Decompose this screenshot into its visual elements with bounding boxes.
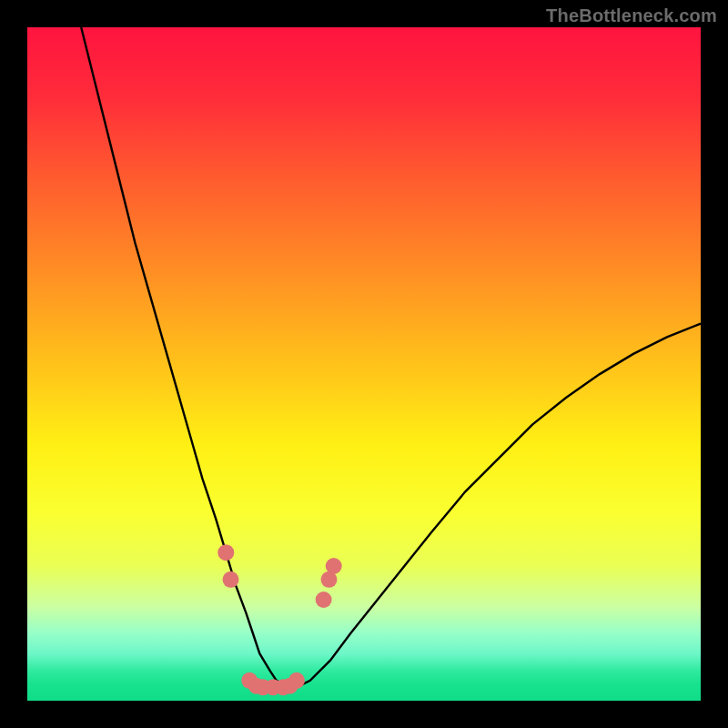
chart-frame: TheBottleneck.com <box>0 0 728 728</box>
watermark-text: TheBottleneck.com <box>546 5 717 26</box>
plot-area <box>27 27 701 701</box>
background-gradient <box>27 27 701 701</box>
svg-rect-0 <box>27 27 701 701</box>
